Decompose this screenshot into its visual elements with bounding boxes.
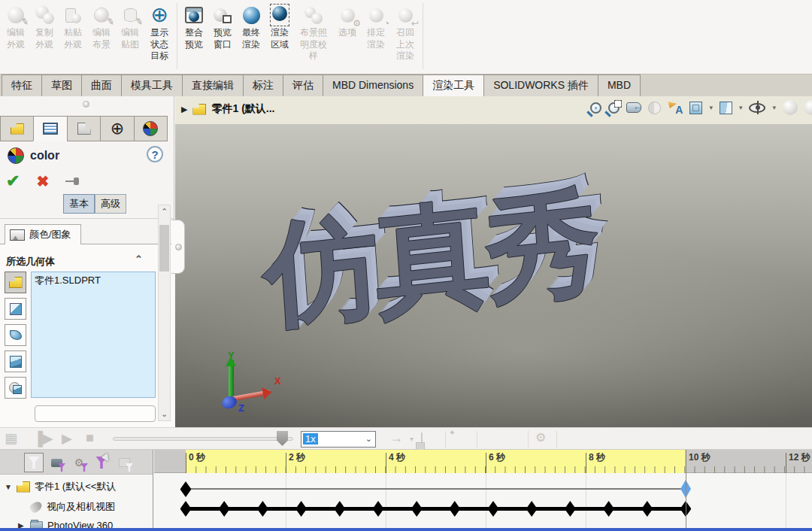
cancel-button[interactable]: ✖ <box>36 172 49 190</box>
options-icon: ⚙ <box>335 3 359 27</box>
tab-mold-tools[interactable]: 模具工具 <box>121 74 183 96</box>
keyframe-diamond[interactable] <box>411 501 423 517</box>
keyframe-diamond[interactable] <box>487 501 498 517</box>
tree-row-orientation-camera-views[interactable]: 视向及相机视图 <box>30 500 115 514</box>
keyframe-diamond[interactable] <box>641 501 653 517</box>
tab-advanced[interactable]: 高级 <box>95 194 126 214</box>
keyframe-diamond[interactable] <box>334 501 345 517</box>
timeline-ruler[interactable]: 0 秒 2 秒 4 秒 6 秒 8 秒 10 秒 12 秒 <box>154 450 812 473</box>
ribbon-item-label: 召回 上次 渲染 <box>396 27 414 62</box>
flyout-dot-icon <box>175 244 182 250</box>
ribbon-item-label: 编辑 布景 <box>92 27 111 50</box>
keyframe-diamond[interactable] <box>565 501 576 517</box>
keyframe-diamond[interactable] <box>603 501 614 517</box>
window-bottom-border <box>0 528 812 531</box>
flyout-feature-tree[interactable]: ▶ 零件1 (默认... <box>181 102 274 116</box>
ok-button[interactable]: ✔ <box>6 171 20 191</box>
filter-animated-button[interactable] <box>47 453 66 472</box>
tab-evaluate[interactable]: 评估 <box>283 74 323 96</box>
filter-driving-button[interactable]: ⚙ <box>69 453 89 472</box>
collapse-chevron-icon[interactable]: ⌃ <box>135 253 143 265</box>
panel-scrollbar[interactable]: ⌃ ⌄ <box>158 205 171 421</box>
playback-mode-chevron-icon: ▾ <box>410 435 414 443</box>
graphics-viewport[interactable]: 仿真秀 Y X Z ▶ 零件1 (默认... ▾ <box>175 96 812 427</box>
selection-list[interactable]: 零件1.SLDPRT <box>31 272 156 398</box>
ruler-label: 2 秒 <box>289 451 305 464</box>
tab-mbd[interactable]: MBD <box>598 74 641 96</box>
toolbar-separator <box>477 431 477 448</box>
panel-flyout-handle[interactable] <box>171 220 185 274</box>
view-orientation-icon[interactable] <box>689 102 702 114</box>
ribbon-display-state-target[interactable]: ⊕ 显示 状态 目标 <box>144 2 174 62</box>
tab-features[interactable]: 特征 <box>2 74 42 96</box>
playback-speed-combo[interactable]: 1x ⌄ <box>301 431 376 448</box>
keyframe-diamond[interactable] <box>449 501 460 517</box>
tree-collapse-icon[interactable]: ▼ <box>5 483 12 491</box>
scroll-up-icon[interactable]: ⌃ <box>159 207 170 217</box>
tab-configuration-manager[interactable] <box>67 116 101 141</box>
splitter-handle-icon[interactable] <box>83 101 89 108</box>
timeline-slider-thumb[interactable] <box>277 431 288 446</box>
tab-property-manager[interactable] <box>33 116 67 141</box>
keyframe-diamond[interactable] <box>295 501 307 517</box>
ribbon-final-render[interactable]: 最终 渲染 <box>237 2 265 50</box>
filter-assembly-button[interactable] <box>5 377 26 399</box>
empty-input-field[interactable] <box>35 405 156 422</box>
tree-expand-icon[interactable]: ▶ <box>181 105 187 114</box>
tab-dimxpert-manager[interactable]: ⊕ <box>100 116 134 141</box>
scroll-down-icon[interactable]: ⌄ <box>159 409 170 419</box>
keyframe-diamond[interactable] <box>526 501 538 517</box>
tab-feature-manager[interactable] <box>0 116 34 141</box>
panel-splitter[interactable] <box>0 99 174 105</box>
scroll-thumb[interactable] <box>159 225 169 272</box>
tab-render-tools[interactable]: 渲染工具 <box>423 74 484 96</box>
tab-direct-editing[interactable]: 直接编辑 <box>182 74 244 96</box>
selection-list-item[interactable]: 零件1.SLDPRT <box>32 272 155 289</box>
dropdown-chevron-icon[interactable]: ▾ <box>739 104 743 111</box>
keyframe-diamond[interactable] <box>257 501 268 517</box>
previous-view-icon[interactable] <box>626 102 641 113</box>
hide-show-items-icon[interactable] <box>749 103 765 113</box>
viewport-canvas[interactable]: 仿真秀 Y X Z <box>175 124 812 427</box>
ribbon-preview-window[interactable]: 预览 窗口 <box>208 2 237 50</box>
filter-selected-button[interactable] <box>92 453 111 472</box>
filter-surface-button[interactable] <box>5 324 26 346</box>
keyframe-diamond[interactable] <box>219 501 230 517</box>
keyframe-diamond[interactable] <box>373 501 384 517</box>
zoom-to-area-icon[interactable] <box>608 102 620 114</box>
help-button[interactable]: ? <box>147 146 163 162</box>
tab-display-manager[interactable] <box>134 116 168 141</box>
ribbon-integrated-preview[interactable]: 整合 预览 <box>180 2 208 50</box>
zoom-to-fit-icon[interactable] <box>590 102 601 114</box>
tab-markup[interactable]: 标注 <box>243 74 283 96</box>
ribbon-item-label: 选项 <box>338 27 356 39</box>
pin-button[interactable] <box>65 178 80 185</box>
part-icon <box>17 481 30 493</box>
filter-body-button[interactable] <box>5 350 26 372</box>
dropdown-chevron-icon[interactable]: ▾ <box>772 104 776 111</box>
dropdown-chevron-icon[interactable]: ▾ <box>709 104 713 111</box>
filter-part-button[interactable] <box>5 272 26 293</box>
ribbon-scene-illumination-proof: 布景照 明度校 样 <box>294 2 333 62</box>
tab-basic[interactable]: 基本 <box>63 194 95 214</box>
tab-mbd-dimensions[interactable]: MBD Dimensions <box>323 74 423 96</box>
main-area: ⊕ color ? ✔ ✖ 基本 高级 颜色/图象 所选几何体 ⌃ <box>0 96 812 427</box>
triad-x-axis-icon <box>231 390 270 402</box>
track-gridline <box>386 473 386 529</box>
timeline-slider[interactable] <box>113 437 293 441</box>
combo-chevron-icon[interactable]: ⌄ <box>365 434 372 444</box>
filter-face-button[interactable] <box>5 298 26 320</box>
display-style-icon[interactable] <box>720 102 732 114</box>
tab-sketch[interactable]: 草图 <box>41 74 82 96</box>
filter-all-button[interactable] <box>24 453 44 472</box>
tab-solidworks-addins[interactable]: SOLIDWORKS 插件 <box>483 74 598 96</box>
tab-color-image[interactable]: 颜色/图象 <box>5 224 81 244</box>
keyframe-diamond[interactable] <box>180 481 192 497</box>
keyframe-diamond[interactable] <box>180 501 192 517</box>
ruler-label: 10 秒 <box>689 451 710 464</box>
ribbon-render-region[interactable]: 渲染 区域 <box>265 2 294 50</box>
tree-row-part[interactable]: ▼ 零件1 (默认<<默认 <box>5 480 116 493</box>
tab-surfaces[interactable]: 曲面 <box>81 74 122 96</box>
annotation-view-icon[interactable] <box>668 102 683 114</box>
timeline-tracks[interactable] <box>154 473 812 529</box>
